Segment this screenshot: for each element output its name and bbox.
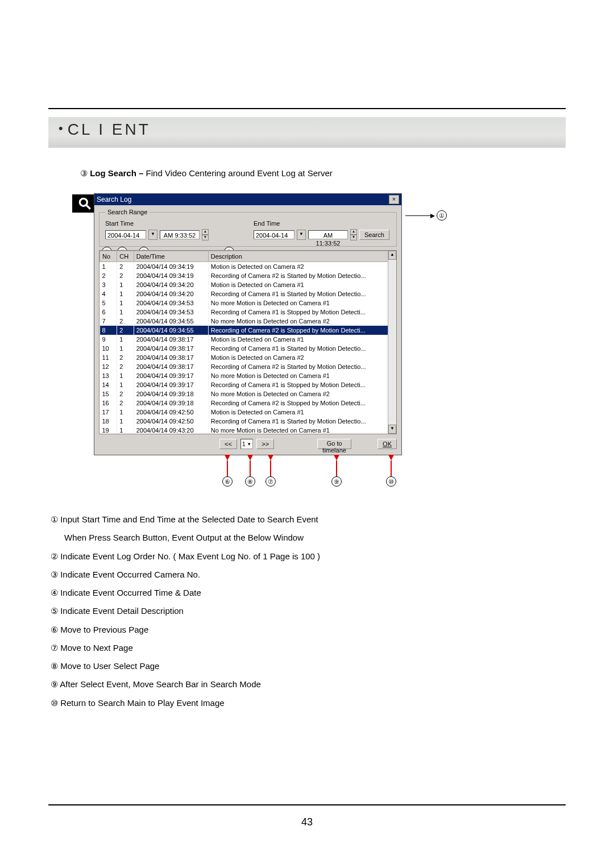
cell-ch: 2 <box>117 262 134 272</box>
table-row[interactable]: 122004/04/14 09:34:19Motion is Detected … <box>100 262 388 272</box>
search-button[interactable]: Search <box>359 230 389 240</box>
cell-no: 9 <box>100 335 117 344</box>
cell-ch: 1 <box>117 408 134 417</box>
cell-dt: 2004/04/14 09:34:20 <box>134 289 208 298</box>
scroll-down-icon[interactable]: ▼ <box>388 425 396 434</box>
start-spin-down[interactable]: ▼ <box>202 235 209 240</box>
cell-dt: 2004/04/14 09:34:55 <box>134 317 208 326</box>
cell-desc: Recording of Camera #1 is Stopped by Mot… <box>208 308 388 317</box>
end-date-dropdown[interactable]: ▼ <box>297 230 306 240</box>
cell-dt: 2004/04/14 09:39:17 <box>134 371 208 380</box>
legend-4: ④ Indicate Event Occurred Time & Date <box>51 585 566 600</box>
cell-desc: Recording of Camera #2 is Started by Mot… <box>208 271 388 280</box>
cell-desc: No more Motion is Detected on Camera #1 <box>208 426 388 434</box>
table-row[interactable]: 1812004/04/14 09:42:50Recording of Camer… <box>100 417 388 426</box>
cell-no: 10 <box>100 344 117 353</box>
start-date-input[interactable]: 2004-04-14 <box>105 230 146 239</box>
start-spin-up[interactable]: ▲ <box>202 229 209 235</box>
callout-1-line: ① <box>405 210 447 221</box>
table-row[interactable]: 222004/04/14 09:34:19Recording of Camera… <box>100 271 388 280</box>
end-time-input[interactable]: AM 11:33:52 <box>308 230 348 239</box>
callout-10-arrow: ⑩ <box>386 455 396 487</box>
cell-dt: 2004/04/14 09:34:19 <box>134 271 208 280</box>
cell-desc: Recording of Camera #2 is Stopped by Mot… <box>208 326 388 335</box>
legend-6: ⑥ Move to Previous Page <box>51 622 566 637</box>
table-row[interactable]: 1622004/04/14 09:39:18Recording of Camer… <box>100 398 388 408</box>
start-time-input[interactable]: AM 9:33:52 <box>160 230 200 239</box>
end-date-input[interactable]: 2004-04-14 <box>254 230 294 239</box>
cell-desc: Recording of Camera #1 is Stopped by Mot… <box>208 380 388 389</box>
end-time-spinner[interactable]: ▲ ▼ <box>350 229 357 240</box>
legend: ① Input Start Time and End Time at the S… <box>51 512 566 711</box>
cell-desc: Motion is Detected on Camera #1 <box>208 408 388 417</box>
start-date-dropdown[interactable]: ▼ <box>148 230 157 240</box>
cell-no: 1 <box>100 262 117 272</box>
cell-no: 11 <box>100 353 117 362</box>
cell-ch: 2 <box>117 398 134 408</box>
cell-no: 5 <box>100 298 117 308</box>
cell-no: 13 <box>100 371 117 380</box>
cell-dt: 2004/04/14 09:39:18 <box>134 398 208 408</box>
caption: ③ Log Search – Find Video Centering arou… <box>80 168 566 178</box>
table-row[interactable]: 1312004/04/14 09:39:17No more Motion is … <box>100 371 388 380</box>
cell-no: 7 <box>100 317 117 326</box>
legend-2: ② Indicate Event Log Order No. ( Max Eve… <box>51 549 566 564</box>
cell-dt: 2004/04/14 09:34:20 <box>134 280 208 289</box>
end-spin-down[interactable]: ▼ <box>350 235 357 240</box>
cell-desc: Motion is Detected on Camera #1 <box>208 280 388 289</box>
table-row[interactable]: 1122004/04/14 09:38:17Motion is Detected… <box>100 353 388 362</box>
table-row[interactable]: 822004/04/14 09:34:55Recording of Camera… <box>100 326 388 335</box>
ok-button[interactable]: OK <box>377 439 397 449</box>
table-row[interactable]: 912004/04/14 09:38:17Motion is Detected … <box>100 335 388 344</box>
svg-point-0 <box>80 198 87 206</box>
prev-page-button[interactable]: << <box>219 439 237 449</box>
caption-bold: Log Search – <box>90 168 143 178</box>
scroll-up-icon[interactable]: ▲ <box>388 251 396 260</box>
search-range-fieldset: Search Range Start Time 2004-04-14 ▼ AM … <box>99 209 397 247</box>
table-row[interactable]: 1912004/04/14 09:43:20No more Motion is … <box>100 426 388 434</box>
legend-3: ③ Indicate Event Occurred Camera No. <box>51 567 566 582</box>
cell-no: 18 <box>100 417 117 426</box>
table-row[interactable]: 412004/04/14 09:34:20Recording of Camera… <box>100 289 388 298</box>
cell-desc: Recording of Camera #1 is Started by Mot… <box>208 289 388 298</box>
table-scrollbar[interactable]: ▲ ▼ <box>388 251 396 434</box>
close-button[interactable]: × <box>389 195 399 204</box>
legend-9: ⑨ After Select Event, Move Search Bar in… <box>51 677 566 692</box>
cell-dt: 2004/04/14 09:38:17 <box>134 362 208 371</box>
next-page-button[interactable]: >> <box>256 439 274 449</box>
col-description[interactable]: Description <box>208 251 388 262</box>
col-ch[interactable]: CH <box>117 251 134 262</box>
cell-dt: 2004/04/14 09:34:55 <box>134 326 208 335</box>
cell-desc: Recording of Camera #2 is Stopped by Mot… <box>208 398 388 408</box>
table-row[interactable]: 312004/04/14 09:34:20Motion is Detected … <box>100 280 388 289</box>
table-row[interactable]: 512004/04/14 09:34:53No more Motion is D… <box>100 298 388 308</box>
table-row[interactable]: 1222004/04/14 09:38:17Recording of Camer… <box>100 362 388 371</box>
callout-8-arrow: ⑧ <box>245 455 255 487</box>
footer-rule <box>48 804 566 805</box>
cell-ch: 2 <box>117 326 134 335</box>
cell-ch: 1 <box>117 380 134 389</box>
caption-number: ③ <box>80 168 88 178</box>
table-row[interactable]: 1712004/04/14 09:42:50Motion is Detected… <box>100 408 388 417</box>
end-spin-up[interactable]: ▲ <box>350 229 357 235</box>
table-row[interactable]: 1522004/04/14 09:39:18No more Motion is … <box>100 389 388 398</box>
page-select[interactable]: 1 ▼ <box>240 439 253 449</box>
table-row[interactable]: 1412004/04/14 09:39:17Recording of Camer… <box>100 380 388 389</box>
col-no[interactable]: No <box>100 251 117 262</box>
search-range-legend: Search Range <box>105 209 150 215</box>
legend-10: ⑩ Return to Search Main to Play Event Im… <box>51 696 566 711</box>
legend-8: ⑧ Move to User Select Page <box>51 659 566 674</box>
end-time-label: End Time <box>254 220 391 227</box>
cell-desc: Motion is Detected on Camera #2 <box>208 353 388 362</box>
legend-7: ⑦ Move to Next Page <box>51 641 566 655</box>
col-datetime[interactable]: Date/Time <box>134 251 208 262</box>
callout-8: ⑧ <box>245 476 255 487</box>
cell-dt: 2004/04/14 09:34:19 <box>134 262 208 272</box>
go-to-timelane-button[interactable]: Go to timelane <box>317 439 351 449</box>
start-time-spinner[interactable]: ▲ ▼ <box>202 229 209 240</box>
cell-ch: 2 <box>117 362 134 371</box>
log-table[interactable]: No CH Date/Time Description 122004/04/14… <box>99 251 388 434</box>
table-row[interactable]: 722004/04/14 09:34:55No more Motion is D… <box>100 317 388 326</box>
table-row[interactable]: 1012004/04/14 09:38:17Recording of Camer… <box>100 344 388 353</box>
table-row[interactable]: 612004/04/14 09:34:53Recording of Camera… <box>100 308 388 317</box>
